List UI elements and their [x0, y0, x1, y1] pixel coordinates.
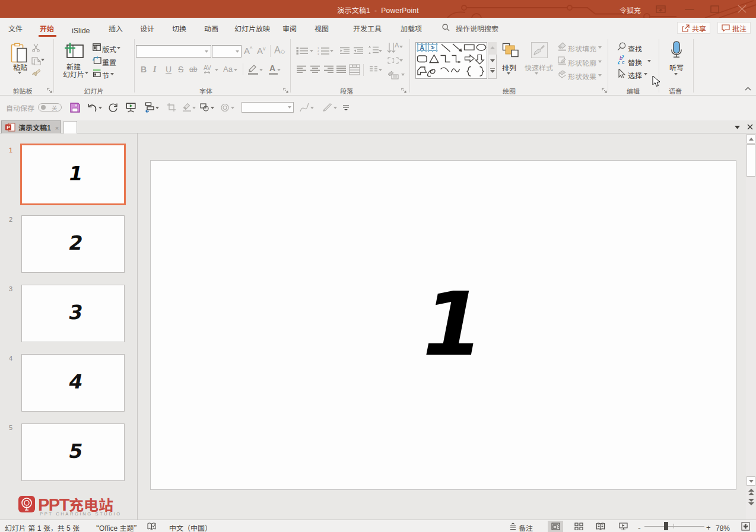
svg-text:A: A	[420, 44, 424, 51]
svg-text:A: A	[430, 46, 436, 50]
svg-text:3: 3	[317, 53, 319, 55]
svg-text:P: P	[7, 124, 10, 130]
svg-text:AV: AV	[204, 65, 211, 71]
svg-text:1: 1	[317, 47, 319, 50]
svg-text:c: c	[622, 59, 625, 65]
svg-text:A: A	[395, 42, 399, 49]
